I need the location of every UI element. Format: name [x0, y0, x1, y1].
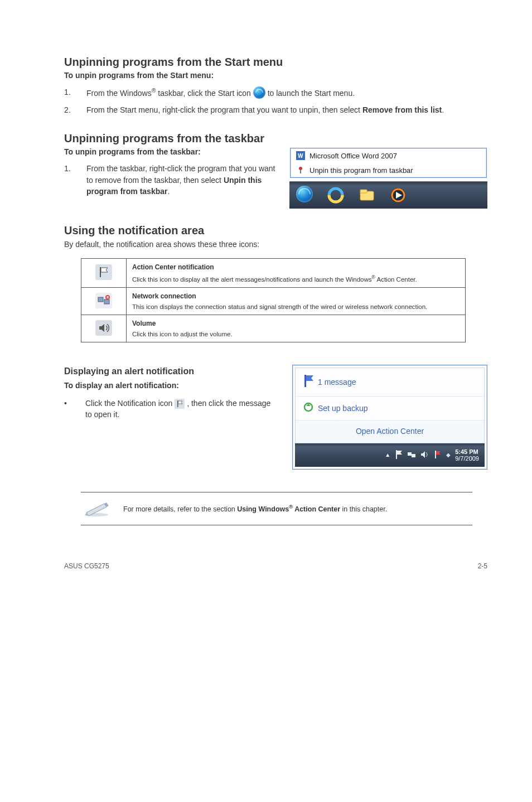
svg-marker-28	[421, 451, 425, 458]
start-icon[interactable]	[295, 186, 314, 205]
balloon-open-action-center[interactable]: Open Action Center	[356, 427, 424, 436]
word-icon: W	[296, 151, 305, 160]
flag-icon	[95, 264, 112, 280]
backup-icon	[303, 402, 313, 414]
tray-clock[interactable]: 5:45 PM 9/7/2009	[455, 448, 479, 462]
tray-chevron-icon[interactable]: ▲	[385, 452, 390, 458]
step1-number: 1.	[64, 86, 86, 100]
step2-text: From the Start menu, right-click the pro…	[86, 104, 487, 115]
notification-icons-table: Action Center notification Click this ic…	[81, 258, 466, 342]
row2-desc: This icon displays the connection status…	[132, 303, 427, 310]
heading-alert-notification: Displaying an alert notification	[64, 365, 278, 378]
tray-flag-icon[interactable]	[434, 450, 442, 460]
row2-title: Network connection	[132, 292, 460, 300]
flag-icon	[175, 399, 185, 409]
explorer-icon[interactable]	[357, 186, 376, 205]
svg-rect-6	[360, 190, 367, 193]
wmp-icon[interactable]	[389, 186, 408, 205]
svg-rect-29	[435, 451, 436, 458]
svg-rect-22	[304, 375, 306, 387]
tray-network-icon[interactable]	[407, 451, 416, 460]
svg-rect-14	[104, 299, 109, 304]
popup-item-word-label: Microsoft Office Word 2007	[309, 152, 397, 160]
svg-rect-3	[300, 170, 301, 173]
flag-icon	[302, 374, 315, 390]
svg-rect-27	[412, 454, 415, 457]
balloon-message-link[interactable]: 1 message	[318, 378, 356, 386]
note-box: For more details, refer to the section U…	[81, 492, 472, 525]
popup-item-unpin-label: Unpin this program from taskbar	[309, 166, 413, 175]
volume-icon	[95, 320, 112, 336]
ie-icon[interactable]	[326, 186, 345, 205]
heading-unpin-taskbar: Unpinning programs from the taskbar	[64, 132, 487, 145]
step2-number: 2.	[64, 104, 86, 115]
popup-item-unpin[interactable]: Unpin this program from taskbar	[291, 163, 486, 177]
network-icon	[95, 293, 112, 308]
footer-left: ASUS CG5275	[64, 562, 109, 570]
svg-rect-13	[98, 297, 103, 302]
heading-unpin-start: Unpinning programs from the Start menu	[64, 56, 487, 69]
action-center-balloon-screenshot: 1 message Set up backup Open Action Cent…	[292, 365, 487, 470]
pin-icon	[296, 166, 305, 175]
start-icon	[253, 86, 265, 99]
footer-right: 2-5	[478, 562, 487, 570]
row1-title: Action Center notification	[132, 263, 460, 271]
popup-item-word[interactable]: W Microsoft Office Word 2007	[291, 148, 486, 163]
step1-text: From the Windows® taskbar, click the Sta…	[86, 86, 487, 100]
balloon-backup-link[interactable]: Set up backup	[318, 404, 368, 413]
svg-point-15	[105, 295, 110, 299]
alert-step-text: Click the Notification icon , then click…	[85, 398, 278, 421]
tray-volume-icon[interactable]	[420, 451, 429, 460]
svg-rect-17	[107, 297, 109, 298]
svg-rect-26	[408, 452, 412, 456]
sub-alert-notification: To display an alert notification:	[64, 380, 278, 391]
svg-rect-16	[107, 296, 109, 297]
sec2-step1-number: 1.	[64, 163, 86, 197]
row1-desc: Click this icon to display all the alert…	[132, 276, 417, 283]
pencil-icon	[84, 500, 110, 517]
tray-input-icon[interactable]: ◆	[446, 452, 451, 458]
note-text: For more details, refer to the section U…	[123, 504, 387, 513]
sub-unpin-start: To unpin programs from the Start menu:	[64, 71, 487, 80]
bullet: •	[64, 398, 69, 421]
sec2-step1-text: From the taskbar, right-click the progra…	[86, 163, 278, 197]
svg-text:W: W	[298, 153, 303, 159]
row3-title: Volume	[132, 320, 460, 327]
sub-unpin-taskbar: To unpin programs from the taskbar:	[64, 147, 278, 156]
taskbar-popup-screenshot: W Microsoft Office Word 2007 Unpin this …	[289, 147, 487, 209]
notif-intro: By default, the notification area shows …	[64, 239, 487, 250]
heading-notification-area: Using the notification area	[64, 224, 487, 237]
svg-rect-25	[396, 450, 397, 459]
row3-desc: Click this icon to adjust the volume.	[132, 331, 233, 337]
tray-action-center-icon[interactable]	[395, 450, 403, 461]
